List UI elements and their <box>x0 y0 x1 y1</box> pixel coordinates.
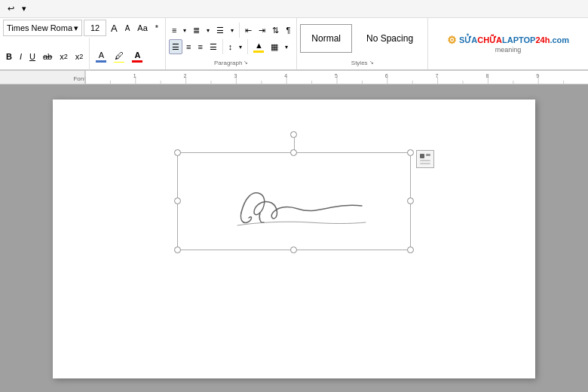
highlight-button[interactable]: 🖊 <box>111 49 127 64</box>
svg-text:6: 6 <box>385 73 388 78</box>
svg-rect-31 <box>420 154 424 158</box>
divider4 <box>247 39 248 54</box>
font-shrink-button[interactable]: A <box>122 20 133 35</box>
image-selection[interactable] <box>177 152 411 250</box>
handle-top-center[interactable] <box>290 149 297 156</box>
svg-text:4: 4 <box>284 73 287 78</box>
shading-color <box>253 51 264 53</box>
document-page <box>53 100 535 378</box>
paragraph-expand-icon[interactable]: ↘ <box>243 60 248 66</box>
paragraph-section-body: ≡ ▾ ≣ ▾ ☰ ▾ ⇤ ⇥ ⇅ ¶ ☰ <box>169 20 293 57</box>
shading-button[interactable]: ▲ <box>250 39 267 54</box>
divider2 <box>239 23 240 38</box>
undo-button[interactable]: ↩ <box>5 2 17 17</box>
superscript-button[interactable]: x2 <box>72 49 87 64</box>
ruler-inner: /* ruler ticks generated in JS */ 123456… <box>84 71 588 84</box>
dropdown-number[interactable]: ▾ <box>204 23 213 38</box>
styles-expand-icon[interactable]: ↘ <box>369 60 374 66</box>
line-spacing-button[interactable]: ↕ <box>225 39 236 54</box>
svg-text:8: 8 <box>485 73 488 78</box>
brand-gear-icon: ⚙ <box>447 34 457 46</box>
styles-section-label: Styles ↘ <box>300 57 424 68</box>
document-area <box>0 84 588 392</box>
paragraph-section: ≡ ▾ ≣ ▾ ☰ ▾ ⇤ ⇥ ⇅ ¶ ☰ <box>166 18 297 69</box>
divider3 <box>222 39 223 54</box>
dropdown-border[interactable]: ▾ <box>282 39 291 54</box>
dropdown-button[interactable]: ▾ <box>19 2 29 17</box>
dropdown-bullet[interactable]: ▾ <box>180 23 189 38</box>
change-case-button[interactable]: Aa <box>134 20 150 35</box>
ruler-svg: /* ruler ticks generated in JS */ 123456… <box>85 71 588 84</box>
font-color-button[interactable]: A <box>129 49 145 64</box>
font-section: Times New Roma ▾ 12 A A Aa * B <box>0 18 166 69</box>
dropdown-spacing[interactable]: ▾ <box>236 39 245 54</box>
align-left-button[interactable]: ☰ <box>169 39 182 54</box>
brand-subtitle: meaning <box>495 46 522 54</box>
svg-text:7: 7 <box>436 73 439 78</box>
svg-rect-33 <box>420 160 430 161</box>
divider <box>89 38 90 75</box>
number-list-button[interactable]: ≣ <box>190 23 203 38</box>
border-button[interactable]: ▦ <box>268 39 281 54</box>
highlight-color <box>114 62 124 63</box>
brand-name: SỬACHỮALAPTOP24h.com <box>459 35 569 45</box>
svg-text:9: 9 <box>536 73 539 78</box>
paragraph-mark-button[interactable]: ¶ <box>283 23 293 38</box>
align-right-button[interactable]: ≡ <box>194 39 205 54</box>
quick-access-toolbar: ↩ ▾ <box>0 0 588 18</box>
multilevel-list-button[interactable]: ☰ <box>213 23 227 38</box>
paragraph-section-label: Paragraph ↘ <box>169 57 293 68</box>
handle-top-right[interactable] <box>407 149 414 156</box>
sort-button[interactable]: ⇅ <box>269 23 282 38</box>
svg-text:1: 1 <box>133 73 136 78</box>
clear-format-button[interactable]: * <box>152 20 161 35</box>
strikethrough-button[interactable]: ab <box>40 49 55 64</box>
svg-rect-34 <box>420 163 430 164</box>
handle-bottom-right[interactable] <box>407 247 414 253</box>
bold-button[interactable]: B <box>3 49 15 64</box>
handle-middle-right[interactable] <box>407 198 414 204</box>
handle-bottom-center[interactable] <box>290 247 297 253</box>
signature-container <box>98 137 490 265</box>
styles-section-body: Normal No Spacing <box>300 20 424 57</box>
brand-logo: ⚙ SỬACHỮALAPTOP24h.com meaning <box>441 31 575 57</box>
signature-image <box>211 164 377 239</box>
handle-middle-left[interactable] <box>174 198 181 204</box>
ribbon-content: Times New Roma ▾ 12 A A Aa * B <box>0 18 588 69</box>
font-color <box>132 60 142 63</box>
ribbon: Times New Roma ▾ 12 A A Aa * B <box>0 18 588 71</box>
selection-box <box>177 152 411 250</box>
ruler: /* ruler ticks generated in JS */ 123456… <box>0 71 588 84</box>
styles-section: Normal No Spacing Styles ↘ <box>297 18 428 69</box>
handle-top-left[interactable] <box>174 149 181 156</box>
brand-section: ⚙ SỬACHỮALAPTOP24h.com meaning <box>428 18 588 69</box>
svg-text:5: 5 <box>335 73 338 78</box>
align-center-button[interactable]: ≡ <box>183 39 194 54</box>
style-buttons: Normal No Spacing <box>300 23 424 54</box>
text-effect-color <box>96 60 106 63</box>
justify-button[interactable]: ☰ <box>207 39 220 54</box>
underline-button[interactable]: U <box>26 49 38 64</box>
rotate-handle[interactable] <box>290 131 297 138</box>
italic-button[interactable]: I <box>17 49 25 64</box>
svg-text:3: 3 <box>234 73 237 78</box>
font-grow-button[interactable]: A <box>108 20 121 35</box>
font-section-body: Times New Roma ▾ 12 A A Aa * B <box>3 20 162 75</box>
font-name-selector[interactable]: Times New Roma ▾ <box>3 20 82 36</box>
text-effect-button[interactable]: A <box>93 49 109 64</box>
font-size-selector[interactable]: 12 <box>84 20 106 36</box>
subscript-button[interactable]: x2 <box>57 49 71 64</box>
increase-indent-button[interactable]: ⇥ <box>256 23 268 38</box>
svg-text:2: 2 <box>184 73 187 78</box>
handle-bottom-left[interactable] <box>174 247 181 253</box>
layout-icon <box>419 153 431 165</box>
dropdown-multilevel[interactable]: ▾ <box>228 23 237 38</box>
decrease-indent-button[interactable]: ⇤ <box>242 23 255 38</box>
layout-options-button[interactable] <box>416 150 434 168</box>
style-nospacing-button[interactable]: No Spacing <box>355 24 424 53</box>
bullet-list-button[interactable]: ≡ <box>169 23 179 38</box>
style-normal-button[interactable]: Normal <box>300 24 352 53</box>
svg-rect-32 <box>426 154 430 156</box>
